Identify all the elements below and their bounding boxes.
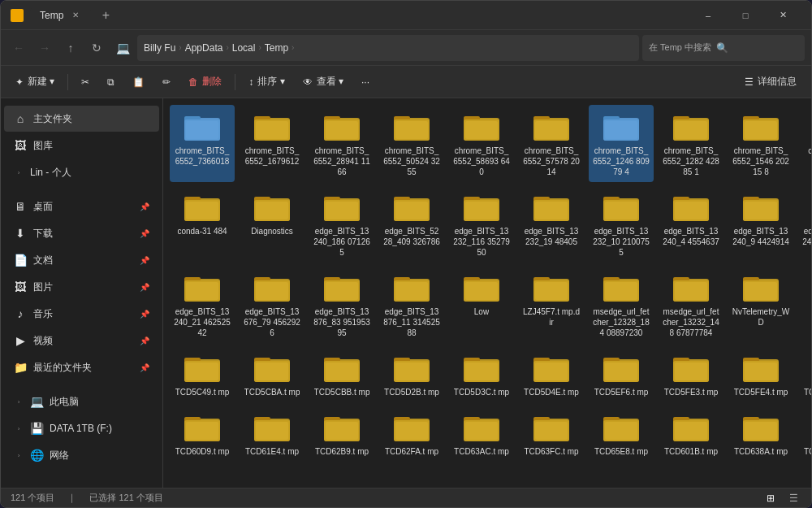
file-item[interactable]: TCD62B9.t mp bbox=[309, 406, 374, 462]
new-button[interactable]: ✦ 新建 ▾ bbox=[7, 70, 63, 94]
file-item[interactable]: edge_BITS_13232_116 3527950 bbox=[449, 185, 514, 263]
expand-icon-4: › bbox=[14, 450, 24, 460]
refresh-button[interactable]: ↻ bbox=[85, 37, 108, 59]
details-button[interactable]: ☰ 详细信息 bbox=[736, 70, 805, 94]
breadcrumb-billy-fu[interactable]: Billy Fu bbox=[144, 42, 175, 54]
file-item[interactable]: TCD63FC.t mp bbox=[519, 406, 584, 462]
tab-close-button[interactable]: ✕ bbox=[70, 10, 81, 21]
copy-button[interactable]: ⧉ bbox=[99, 70, 123, 94]
sidebar-item-desktop[interactable]: 🖥 桌面 📌 bbox=[4, 193, 159, 219]
file-item[interactable]: chrome_BITS_6552_28941 1166 bbox=[309, 105, 374, 182]
file-item[interactable]: edge_BITS_13240_21 46252542 bbox=[170, 266, 235, 343]
new-tab-button[interactable]: + bbox=[94, 4, 117, 27]
forward-button[interactable]: → bbox=[33, 37, 56, 59]
file-item[interactable]: TCD5FF7.t mp bbox=[798, 346, 811, 402]
file-item[interactable]: edge_BITS_13240_4 4554637 bbox=[659, 185, 723, 263]
file-item[interactable]: msedge_url_fetcher_13232_148 67877784 bbox=[659, 266, 723, 343]
file-item[interactable]: TCD5C49.t mp bbox=[170, 346, 235, 402]
file-item[interactable]: conda-31 484 bbox=[170, 185, 235, 263]
file-item[interactable]: TCD5D2B.t mp bbox=[379, 346, 444, 402]
breadcrumb-temp[interactable]: Temp bbox=[265, 42, 288, 54]
grid-view-button[interactable]: ⊞ bbox=[762, 490, 779, 506]
file-item[interactable]: edge_BITS_5228_409 326786 bbox=[379, 185, 444, 263]
breadcrumb-appdata[interactable]: AppData bbox=[185, 42, 223, 54]
sidebar-item-pictures[interactable]: 🖼 图片 📌 bbox=[4, 274, 159, 300]
file-item[interactable]: Diagnostics bbox=[240, 185, 304, 263]
sidebar-item-videos[interactable]: ▶ 视频 📌 bbox=[4, 328, 159, 354]
cut-button[interactable]: ✂ bbox=[73, 70, 97, 94]
file-item[interactable]: TCD638A.t mp bbox=[728, 406, 793, 462]
file-item[interactable]: TCD5D3C.t mp bbox=[449, 346, 514, 402]
more-button[interactable]: ··· bbox=[353, 70, 378, 94]
maximize-button[interactable]: □ bbox=[727, 1, 764, 30]
file-item[interactable]: chrome_BITS_6552_50524 3255 bbox=[379, 105, 444, 182]
file-item[interactable]: LZJ45F7.t mp.dir bbox=[519, 266, 584, 343]
file-item[interactable]: edge_BITS_13240_186 071265 bbox=[309, 185, 374, 263]
file-item[interactable]: TCD62FA.t mp bbox=[379, 406, 444, 462]
file-item[interactable]: chrome_BITS_6552_1282 42885 1 bbox=[659, 105, 723, 182]
file-item[interactable]: TCD5EF6.t mp bbox=[589, 346, 654, 402]
file-item[interactable]: chrome_BITS_6552_57578 2014 bbox=[519, 105, 584, 182]
selected-info: 已选择 121 个项目 bbox=[89, 492, 162, 504]
back-button[interactable]: ← bbox=[7, 37, 30, 59]
folder-icon bbox=[672, 410, 710, 443]
search-bar[interactable]: 在 Temp 中搜索 🔍 bbox=[642, 35, 805, 61]
sort-button[interactable]: ↕ 排序 ▾ bbox=[240, 70, 292, 94]
file-item[interactable]: chrome_BITS_6552_7366018 bbox=[170, 105, 235, 182]
view-button[interactable]: 👁 查看 ▾ bbox=[295, 70, 352, 94]
list-view-button[interactable]: ☰ bbox=[785, 490, 801, 506]
new-icon: ✦ bbox=[15, 76, 24, 88]
file-item[interactable]: chrome_BITS_6552_58693 640 bbox=[449, 105, 514, 182]
file-item[interactable]: edge_BITS_13240_9 58480671 bbox=[798, 185, 811, 263]
file-item[interactable]: conda-32 18 bbox=[798, 105, 811, 182]
file-item[interactable]: edge_BITS_13240_9 4424914 bbox=[728, 185, 793, 263]
file-item[interactable]: chrome_BITS_6552_1679612 bbox=[240, 105, 304, 182]
minimize-button[interactable]: – bbox=[689, 1, 727, 30]
file-item[interactable]: TCD63AC.t mp bbox=[449, 406, 514, 462]
sidebar-item-data-drive[interactable]: › 💾 DATA 1TB (F:) bbox=[4, 415, 159, 441]
file-item[interactable]: TCD65E8.t mp bbox=[589, 406, 654, 462]
file-item[interactable]: TCD5CBB.t mp bbox=[309, 346, 374, 402]
delete-button[interactable]: 🗑 删除 bbox=[180, 70, 230, 94]
file-item[interactable]: edge_BITS_13676_79 4562926 bbox=[240, 266, 304, 343]
file-item[interactable]: TCD5FE4.t mp bbox=[728, 346, 793, 402]
file-item[interactable]: edge_BITS_13232_19 48405 bbox=[519, 185, 584, 263]
file-item[interactable]: edge_BITS_13232_10 2100755 bbox=[589, 185, 654, 263]
file-item[interactable]: edge_BITS_13876_83 95195395 bbox=[309, 266, 374, 343]
file-item[interactable]: TCD648B.t mp bbox=[798, 406, 811, 462]
file-item[interactable]: Low bbox=[449, 266, 514, 343]
sidebar-item-home[interactable]: ⌂ 主文件夹 bbox=[4, 106, 159, 132]
file-item[interactable]: chrome_BITS_6552_1546 20215 8 bbox=[728, 105, 793, 182]
close-button[interactable]: ✕ bbox=[764, 1, 801, 30]
file-name: TCD5CBB.t mp bbox=[314, 387, 370, 397]
sidebar-item-downloads[interactable]: ⬇ 下载 📌 bbox=[4, 220, 159, 246]
sidebar-item-network[interactable]: › 🌐 网络 bbox=[4, 442, 159, 468]
active-tab[interactable]: Temp ✕ bbox=[30, 7, 91, 24]
file-item[interactable]: OTP_Logs bbox=[798, 266, 811, 343]
rename-button[interactable]: ✏ bbox=[154, 70, 179, 94]
file-item[interactable]: TCD5CBA.t mp bbox=[240, 346, 304, 402]
sidebar-item-music[interactable]: ♪ 音乐 📌 bbox=[4, 301, 159, 327]
file-item[interactable]: chrome_BITS_6552_1246 80979 4 bbox=[589, 105, 654, 182]
sidebar-item-recent-folders[interactable]: 📁 最近的文件夹 📌 bbox=[4, 354, 159, 380]
file-item[interactable]: TCD601B.t mp bbox=[659, 406, 723, 462]
file-item[interactable]: NvTelemetry_WD bbox=[728, 266, 793, 343]
file-item[interactable]: msedge_url_fetcher_12328_184 08897230 bbox=[589, 266, 654, 343]
sidebar-item-documents[interactable]: 📄 文档 📌 bbox=[4, 247, 159, 273]
breadcrumb-local[interactable]: Local bbox=[232, 42, 256, 54]
sidebar-item-this-pc[interactable]: › 💻 此电脑 bbox=[4, 389, 159, 415]
file-area[interactable]: chrome_BITS_6552_7366018 chrome_BITS_655… bbox=[163, 98, 811, 488]
file-item[interactable]: TCD61E4.t mp bbox=[240, 406, 304, 462]
sidebar-item-personal[interactable]: › Lin - 个人 bbox=[4, 159, 159, 185]
file-item[interactable]: TCD60D9.t mp bbox=[170, 406, 235, 462]
tab-label: Temp bbox=[40, 10, 63, 21]
breadcrumb-bar[interactable]: Billy Fu › AppData › Local › Temp › bbox=[137, 35, 639, 61]
file-item[interactable]: TCD5D4E.t mp bbox=[519, 346, 584, 402]
up-button[interactable]: ↑ bbox=[59, 37, 82, 59]
file-item[interactable]: edge_BITS_13876_11 31452588 bbox=[379, 266, 444, 343]
sidebar-item-gallery[interactable]: 🖼 图库 bbox=[4, 132, 159, 158]
file-item[interactable]: TCD5FE3.t mp bbox=[659, 346, 723, 402]
breadcrumb-sep-1: › bbox=[179, 43, 181, 52]
svg-rect-95 bbox=[256, 282, 288, 300]
paste-button[interactable]: 📋 bbox=[124, 70, 153, 94]
